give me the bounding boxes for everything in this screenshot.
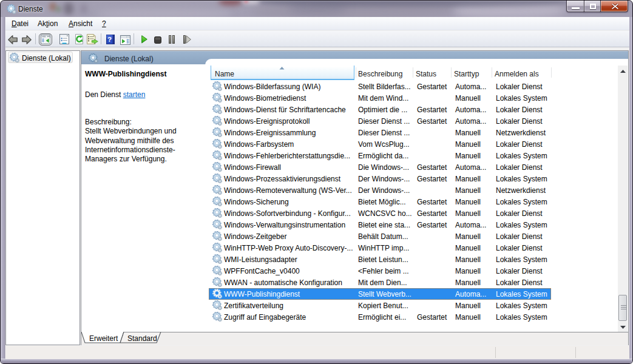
svg-text:Standard: Standard	[127, 334, 157, 343]
svg-text:?: ?	[107, 36, 112, 43]
svg-text:Erweitert: Erweitert	[89, 334, 118, 343]
